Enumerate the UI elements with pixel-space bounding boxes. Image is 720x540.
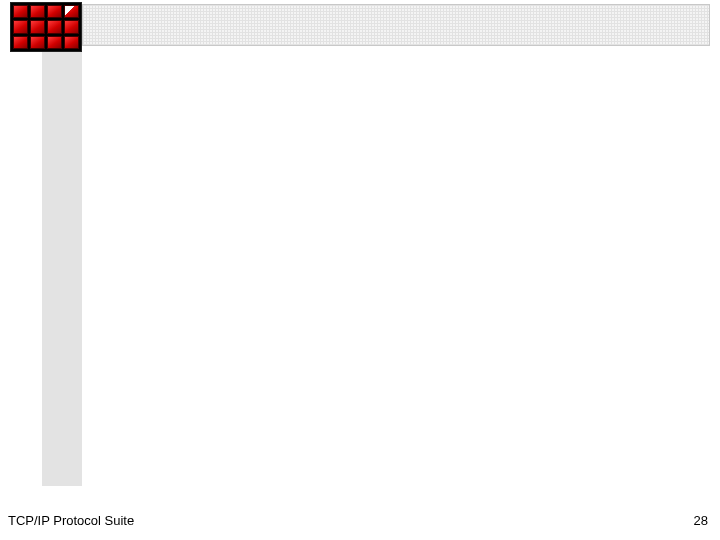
footer-title: TCP/IP Protocol Suite	[8, 513, 134, 528]
logo-cell	[47, 5, 62, 18]
logo-cell	[13, 20, 28, 33]
left-side-strip	[42, 46, 82, 486]
red-grid-logo-icon	[10, 2, 82, 52]
logo-cell	[64, 20, 79, 33]
logo-cell	[13, 5, 28, 18]
logo-cell	[13, 36, 28, 49]
logo-cell	[30, 5, 45, 18]
title-bar-pattern	[82, 4, 710, 46]
page-number: 28	[694, 513, 708, 528]
logo-cell	[64, 36, 79, 49]
slide: TCP/IP Protocol Suite 28	[0, 0, 720, 540]
logo-cell	[47, 36, 62, 49]
logo-cell	[30, 20, 45, 33]
footer: TCP/IP Protocol Suite 28	[8, 513, 708, 528]
logo-cell	[30, 36, 45, 49]
logo-cell-notch	[64, 5, 79, 18]
logo-cell	[47, 20, 62, 33]
